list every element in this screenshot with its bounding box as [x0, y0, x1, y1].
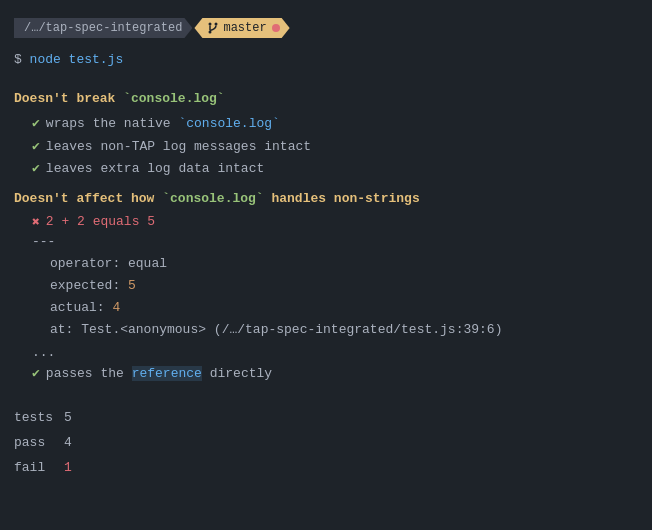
svg-point-1: [215, 23, 218, 26]
section2-code: `console.log`: [162, 191, 263, 206]
section2-header: Doesn't affect how `console.log` handles…: [14, 191, 638, 206]
branch-segment: master: [194, 18, 289, 38]
fail-icon: ✖: [32, 214, 40, 230]
svg-point-0: [209, 23, 212, 26]
ellipsis-line: ...: [32, 345, 638, 360]
branch-dot: [272, 24, 280, 32]
git-branch-icon: [208, 22, 218, 34]
section1-code: `console.log`: [123, 91, 224, 106]
fail-value: 1: [64, 456, 72, 481]
divider: ---: [32, 234, 638, 249]
tests-label: tests: [14, 406, 64, 431]
branch-name: master: [223, 21, 266, 35]
content-area: Doesn't break `console.log` ✔ wraps the …: [0, 75, 652, 390]
top-bar: /…/tap-spec-integrated master: [0, 10, 652, 46]
terminal: /…/tap-spec-integrated master $ node tes…: [0, 0, 652, 530]
check-item-pass: ✔ passes the reference directly: [32, 364, 638, 384]
path-segment: /…/tap-spec-integrated: [14, 18, 192, 38]
section1-header: Doesn't break `console.log`: [14, 91, 638, 106]
expected-value: 5: [128, 278, 136, 293]
summary-fail: fail 1: [14, 456, 638, 481]
detail-expected: expected: 5: [50, 275, 638, 297]
check-icon-2: ✔: [32, 137, 40, 157]
fail-text: 2 + 2 equals 5: [46, 214, 155, 229]
actual-value: 4: [112, 300, 120, 315]
detail-block: operator: equal expected: 5 actual: 4 at…: [50, 253, 638, 341]
check-icon-pass: ✔: [32, 364, 40, 384]
check-text-3: leaves extra log data intact: [46, 159, 264, 179]
pass-label: pass: [14, 431, 64, 456]
summary: tests 5 pass 4 fail 1: [0, 406, 652, 480]
prompt-line: $ node test.js: [0, 50, 652, 75]
detail-operator: operator: equal: [50, 253, 638, 275]
check-item-2: ✔ leaves non-TAP log messages intact: [32, 137, 638, 157]
summary-tests: tests 5: [14, 406, 638, 431]
detail-at: at: Test.<anonymous> (/…/tap-spec-integr…: [50, 319, 638, 341]
check-text-pass: passes the reference directly: [46, 364, 272, 384]
dollar-sign: $: [14, 52, 30, 67]
check-text-1: wraps the native `console.log`: [46, 114, 280, 134]
check-text-2: leaves non-TAP log messages intact: [46, 137, 311, 157]
command-text: node test.js: [30, 52, 124, 67]
check-icon-3: ✔: [32, 159, 40, 179]
check-item-3: ✔ leaves extra log data intact: [32, 159, 638, 179]
summary-pass: pass 4: [14, 431, 638, 456]
tests-value: 5: [64, 406, 72, 431]
check-icon-1: ✔: [32, 114, 40, 134]
detail-actual: actual: 4: [50, 297, 638, 319]
fail-label: fail: [14, 456, 64, 481]
fail-item: ✖ 2 + 2 equals 5: [32, 214, 638, 230]
check-item-1: ✔ wraps the native `console.log`: [32, 114, 638, 134]
pass-value: 4: [64, 431, 72, 456]
path-label: /…/tap-spec-integrated: [24, 21, 182, 35]
